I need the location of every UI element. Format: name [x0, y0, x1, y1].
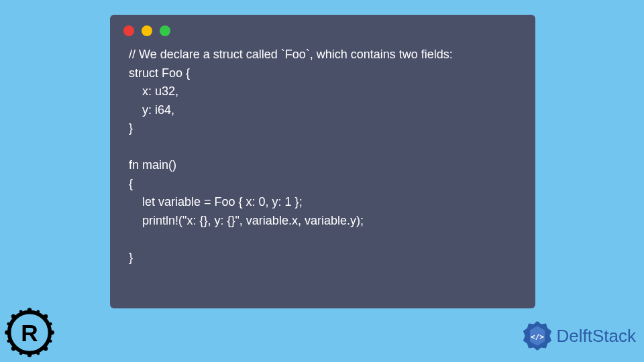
svg-point-6: [44, 314, 48, 318]
code-block: // We declare a struct called `Foo`, whi…: [110, 42, 535, 280]
svg-point-10: [36, 310, 40, 313]
svg-point-2: [28, 353, 32, 357]
brand-name: DelftStack: [557, 326, 637, 347]
svg-text:R: R: [21, 320, 38, 346]
svg-point-1: [28, 308, 32, 312]
svg-point-15: [49, 322, 52, 326]
svg-point-11: [19, 352, 23, 355]
svg-point-5: [11, 314, 15, 318]
minimize-icon: [142, 25, 152, 36]
traffic-lights: [110, 15, 535, 42]
svg-point-13: [7, 322, 10, 326]
rust-logo-icon: R: [3, 306, 56, 359]
delftstack-brand: </> DelftStack: [522, 320, 637, 351]
svg-point-9: [19, 310, 23, 313]
svg-point-8: [44, 347, 48, 351]
svg-text:</>: </>: [531, 333, 544, 341]
svg-point-16: [49, 339, 52, 343]
maximize-icon: [160, 25, 170, 36]
svg-point-7: [11, 347, 15, 351]
code-window: // We declare a struct called `Foo`, whi…: [110, 15, 535, 308]
close-icon: [123, 25, 134, 36]
svg-point-12: [36, 352, 40, 355]
svg-point-4: [50, 330, 54, 335]
svg-point-3: [5, 330, 9, 335]
delftstack-logo-icon: </>: [522, 320, 553, 351]
svg-point-14: [7, 339, 10, 343]
